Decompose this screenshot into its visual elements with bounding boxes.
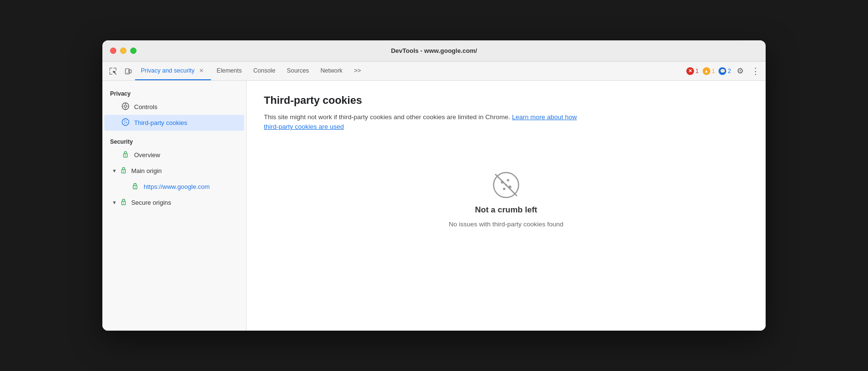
url-lock-icon — [131, 182, 139, 191]
device-icon — [124, 67, 132, 75]
inspect-icon — [109, 67, 117, 75]
main-origin-lock-icon — [120, 166, 127, 175]
sidebar-item-main-origin-url[interactable]: https://www.google.com — [104, 179, 244, 195]
tab-sources[interactable]: Sources — [281, 62, 315, 80]
maximize-button[interactable] — [130, 48, 136, 54]
overview-label: Overview — [134, 151, 160, 159]
privacy-section-label: Privacy — [102, 87, 246, 99]
sidebar-item-third-party-cookies[interactable]: Third-party cookies — [104, 115, 244, 131]
error-count: 1 — [695, 68, 699, 74]
svg-point-24 — [125, 155, 126, 156]
secure-origins-lock-icon — [120, 198, 127, 207]
controls-label: Controls — [134, 103, 157, 111]
secure-origins-label: Secure origins — [131, 199, 171, 206]
main-origin-arrow-icon: ▼ — [112, 168, 117, 173]
svg-point-20 — [126, 122, 127, 123]
overview-lock-icon — [122, 150, 129, 160]
tab-close-button[interactable]: ✕ — [198, 67, 205, 74]
tab-elements[interactable]: Elements — [211, 62, 248, 80]
sidebar-item-secure-origins[interactable]: ▼ Secure origins — [104, 195, 244, 210]
svg-point-33 — [507, 179, 509, 181]
svg-point-35 — [503, 187, 506, 190]
cookie-icon — [122, 118, 129, 127]
tab-privacy-security[interactable]: Privacy and security ✕ — [135, 62, 211, 80]
message-count: 2 — [728, 68, 731, 74]
sidebar-item-main-origin[interactable]: ▼ Main origin — [104, 163, 244, 179]
device-mode-button[interactable] — [122, 64, 135, 78]
error-badge[interactable]: ✕ 1 — [686, 67, 699, 75]
tab-console-label: Console — [253, 67, 275, 74]
svg-point-18 — [124, 121, 125, 122]
toolbar-left — [106, 62, 135, 80]
secure-origins-arrow-icon: ▼ — [112, 200, 117, 205]
svg-point-10 — [127, 73, 128, 74]
toolbar-right: ✕ 1 ▲ 1 💬 2 ⚙ ⋮ — [686, 62, 762, 80]
tab-privacy-security-label: Privacy and security — [141, 67, 195, 74]
empty-state-title: Not a crumb left — [475, 205, 537, 215]
titlebar: DevTools - www.google.com/ — [102, 40, 766, 62]
empty-state: Not a crumb left No issues with third-pa… — [264, 171, 748, 228]
controls-icon — [122, 102, 129, 111]
third-party-cookies-label: Third-party cookies — [134, 119, 187, 126]
main-layout: Privacy Controls — [102, 81, 766, 331]
tabs-area: Privacy and security ✕ Elements Console … — [135, 62, 682, 80]
svg-rect-5 — [116, 68, 116, 71]
svg-line-37 — [496, 174, 517, 196]
sidebar: Privacy Controls — [102, 81, 247, 331]
svg-point-21 — [124, 123, 125, 124]
warning-badge[interactable]: ▲ 1 — [703, 67, 715, 75]
toolbar: Privacy and security ✕ Elements Console … — [102, 62, 766, 81]
more-options-button[interactable]: ⋮ — [749, 64, 762, 78]
svg-point-30 — [123, 203, 124, 204]
error-icon: ✕ — [686, 67, 694, 75]
content-description-text: This site might not work if third-party … — [264, 113, 510, 121]
devtools-window: DevTools - www.google.com/ — [102, 40, 766, 331]
tab-console[interactable]: Console — [248, 62, 281, 80]
message-badge[interactable]: 💬 2 — [719, 67, 731, 75]
inspect-element-button[interactable] — [106, 64, 120, 78]
tab-elements-label: Elements — [217, 67, 242, 74]
svg-rect-1 — [110, 68, 110, 71]
main-origin-label: Main origin — [131, 167, 162, 174]
window-title: DevTools - www.google.com/ — [391, 47, 477, 54]
warning-count: 1 — [712, 68, 715, 74]
main-origin-url-link[interactable]: https://www.google.com — [144, 183, 210, 190]
message-icon: 💬 — [719, 67, 726, 75]
svg-point-12 — [124, 105, 127, 108]
tab-network-label: Network — [321, 67, 343, 74]
svg-rect-3 — [110, 74, 112, 74]
tab-network[interactable]: Network — [315, 62, 348, 80]
svg-point-28 — [135, 187, 136, 188]
empty-state-subtitle: No issues with third-party cookies found — [449, 221, 564, 228]
content-title: Third-party cookies — [264, 94, 748, 107]
svg-point-26 — [123, 171, 124, 172]
warning-icon: ▲ — [703, 67, 710, 75]
svg-rect-7 — [113, 71, 115, 73]
content-description: This site might not work if third-party … — [264, 112, 591, 132]
sidebar-item-overview[interactable]: Overview — [104, 147, 244, 163]
svg-point-19 — [125, 120, 126, 121]
sidebar-item-controls[interactable]: Controls — [104, 99, 244, 115]
tab-more-label: >> — [354, 67, 361, 74]
svg-point-22 — [125, 122, 125, 122]
security-section-label: Security — [102, 135, 246, 147]
close-button[interactable] — [110, 48, 116, 54]
tab-sources-label: Sources — [287, 67, 309, 74]
cookie-blocked-icon — [492, 171, 521, 199]
minimize-button[interactable] — [120, 48, 126, 54]
tab-more[interactable]: >> — [348, 62, 367, 80]
settings-button[interactable]: ⚙ — [735, 64, 745, 77]
content-area: Third-party cookies This site might not … — [247, 81, 766, 331]
traffic-lights — [110, 48, 136, 54]
